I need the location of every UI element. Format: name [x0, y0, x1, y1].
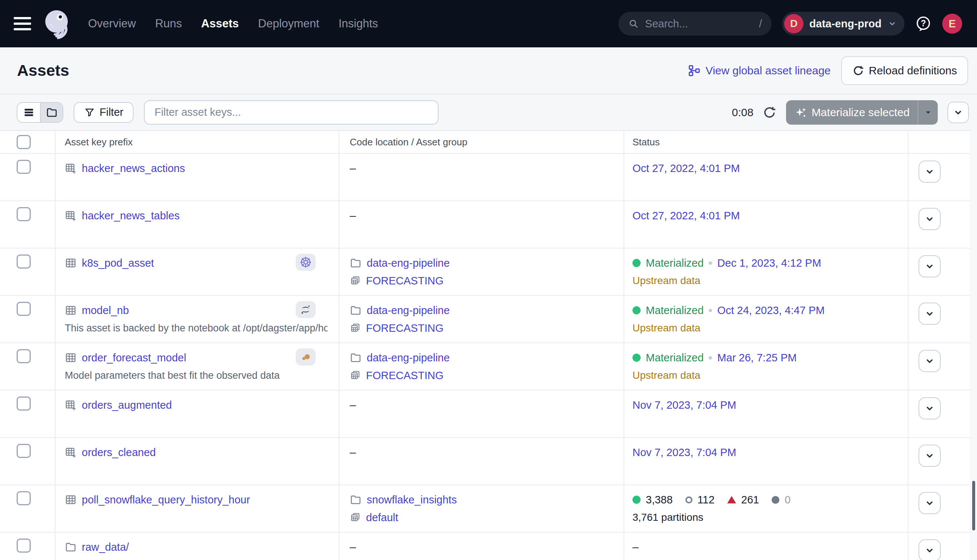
asset-name-link[interactable]: k8s_pod_asset: [82, 257, 154, 269]
chevron-down-icon: [887, 19, 897, 28]
reload-definitions-button[interactable]: Reload definitions: [841, 56, 969, 85]
user-avatar[interactable]: E: [942, 14, 962, 34]
status-note: Upstream data: [633, 275, 701, 287]
more-actions-button[interactable]: [947, 102, 969, 123]
filter-button[interactable]: Filter: [73, 102, 134, 123]
row-checkbox[interactable]: [17, 397, 31, 410]
row-expand-button[interactable]: [919, 208, 941, 230]
table-row: raw_data/––: [0, 533, 977, 560]
table-external-icon: [65, 210, 77, 222]
materialization-date-link[interactable]: Oct 24, 2023, 4:47 PM: [717, 304, 825, 317]
scatter-dots-icon: [299, 351, 312, 363]
asset-name-link[interactable]: poll_snowflake_query_history_hour: [82, 494, 250, 506]
row-expand-button[interactable]: [919, 255, 941, 277]
menu-icon[interactable]: [14, 17, 31, 30]
materialization-date-link[interactable]: Mar 26, 7:25 PM: [717, 352, 797, 364]
organization-switcher[interactable]: D data-eng-prod: [782, 12, 904, 35]
help-icon[interactable]: ?: [915, 15, 932, 32]
row-checkbox[interactable]: [17, 349, 31, 363]
nav-item-insights[interactable]: Insights: [339, 17, 378, 30]
chevron-down-icon: [924, 450, 935, 461]
row-expand-button[interactable]: [919, 160, 941, 183]
nav-item-deployment[interactable]: Deployment: [258, 17, 319, 30]
row-checkbox[interactable]: [17, 160, 31, 174]
partition-missing-count: 112: [698, 494, 715, 506]
asset-name-link[interactable]: raw_data/: [82, 541, 129, 553]
nav-item-assets[interactable]: Assets: [201, 17, 239, 30]
row-expand-button[interactable]: [919, 492, 941, 514]
sparkle-icon: [794, 106, 807, 119]
view-mode-toggle: [17, 102, 63, 123]
asset-group-icon: [350, 275, 361, 286]
row-expand-button[interactable]: [919, 397, 941, 420]
asset-group-link[interactable]: default: [366, 512, 398, 524]
materialization-date-link[interactable]: Nov 7, 2023, 7:04 PM: [633, 399, 737, 411]
reload-definitions-label: Reload definitions: [869, 64, 957, 77]
row-checkbox[interactable]: [17, 491, 31, 505]
nav-item-overview[interactable]: Overview: [88, 17, 136, 30]
asset-group-link[interactable]: FORECASTING: [366, 370, 443, 382]
row-expand-button[interactable]: [919, 539, 941, 560]
partition-failed-count: 261: [741, 494, 759, 506]
materialization-date-link[interactable]: Oct 27, 2022, 4:01 PM: [633, 162, 740, 175]
folder-icon: [350, 352, 362, 363]
code-location-link[interactable]: data-eng-pipeline: [367, 257, 450, 269]
list-view-button[interactable]: [17, 103, 40, 122]
asset-group-link[interactable]: FORECASTING: [366, 275, 443, 287]
materialization-date-link[interactable]: Dec 1, 2023, 4:12 PM: [717, 257, 821, 269]
table-row: orders_cleaned–Nov 7, 2023, 7:04 PM: [0, 438, 977, 485]
code-location-link[interactable]: data-eng-pipeline: [367, 352, 450, 364]
table-row: model_nbThis asset is backed by the note…: [0, 296, 977, 343]
top-navigation-bar: OverviewRunsAssetsDeploymentInsights Sea…: [0, 0, 977, 47]
row-expand-button[interactable]: [919, 350, 941, 372]
asset-group-icon: [350, 323, 361, 333]
materialized-status-dot: [633, 353, 641, 362]
folder-view-icon: [46, 107, 58, 118]
status-note: 3,761 partitions: [633, 512, 703, 523]
scrollbar-track[interactable]: [970, 130, 977, 560]
global-search-input[interactable]: Search... /: [618, 12, 772, 35]
table-icon: [65, 304, 77, 316]
select-all-checkbox[interactable]: [17, 135, 31, 149]
refresh-icon: [852, 65, 864, 77]
asset-name-link[interactable]: order_forecast_model: [82, 352, 186, 364]
materialization-date-link[interactable]: Nov 7, 2023, 7:04 PM: [633, 447, 737, 458]
folder-view-button[interactable]: [40, 103, 63, 122]
table-icon: [65, 352, 77, 363]
asset-group-link[interactable]: FORECASTING: [366, 322, 443, 334]
asset-name-link[interactable]: hacker_news_tables: [82, 210, 179, 222]
asset-name-link[interactable]: hacker_news_actions: [82, 162, 185, 175]
row-checkbox[interactable]: [17, 538, 31, 553]
table-row: k8s_pod_asset data-eng-pipeline FORECAST…: [0, 248, 977, 296]
row-checkbox[interactable]: [17, 302, 31, 316]
svg-text:?: ?: [921, 18, 926, 28]
materialize-selected-button[interactable]: Materialize selected: [786, 100, 938, 125]
code-location-link[interactable]: data-eng-pipeline: [367, 304, 450, 317]
page-title: Assets: [17, 62, 69, 80]
caret-down-icon: [924, 108, 933, 117]
scrollbar-thumb[interactable]: [972, 481, 975, 530]
row-checkbox[interactable]: [17, 207, 31, 221]
status-note: Upstream data: [633, 370, 701, 382]
search-icon: [628, 18, 639, 29]
asset-name-link[interactable]: orders_augmented: [82, 399, 172, 411]
separator-dot: [709, 262, 712, 265]
row-checkbox[interactable]: [17, 255, 31, 268]
asset-name-link[interactable]: model_nb: [82, 304, 129, 317]
materialize-options-caret[interactable]: [918, 100, 938, 125]
assets-toolbar: Filter 0:08 Materialize selected: [0, 94, 977, 130]
chevron-down-icon: [953, 107, 964, 118]
materialization-date-link[interactable]: Oct 27, 2022, 4:01 PM: [633, 210, 740, 222]
asset-name-link[interactable]: orders_cleaned: [82, 447, 156, 458]
nav-item-runs[interactable]: Runs: [155, 17, 182, 30]
row-expand-button[interactable]: [919, 445, 941, 467]
folder-icon: [350, 304, 362, 316]
row-checkbox[interactable]: [17, 444, 31, 458]
chevron-down-icon: [924, 166, 935, 177]
code-location-link[interactable]: snowflake_insights: [367, 494, 457, 506]
view-global-asset-lineage-link[interactable]: View global asset lineage: [688, 64, 830, 77]
row-expand-button[interactable]: [919, 303, 941, 325]
filter-asset-keys-input[interactable]: [144, 100, 439, 125]
refresh-icon: [762, 105, 777, 120]
refresh-button[interactable]: [762, 105, 777, 120]
